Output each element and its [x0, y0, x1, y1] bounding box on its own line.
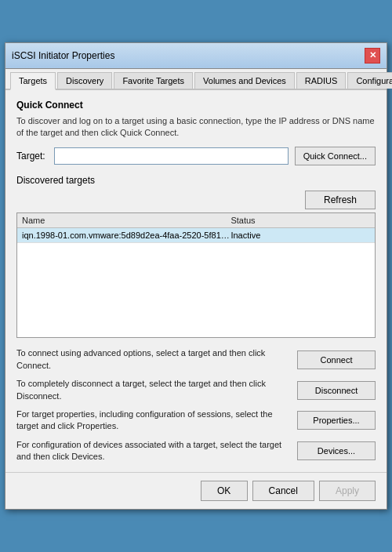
discovered-targets-label: Discovered targets [16, 175, 376, 186]
footer: OK Cancel Apply [5, 472, 387, 509]
target-input[interactable] [54, 147, 289, 165]
action-row-devices: For configuration of devices associated … [16, 439, 376, 463]
tab-content: Quick Connect To discover and log on to … [5, 90, 387, 473]
properties-desc: For target properties, including configu… [16, 409, 289, 433]
tab-radius[interactable]: RADIUS [296, 72, 347, 89]
disconnect-button[interactable]: Disconnect [297, 381, 376, 400]
quick-connect-title: Quick Connect [16, 100, 376, 111]
column-name: Name [22, 216, 230, 225]
quick-connect-desc: To discover and log on to a target using… [16, 115, 376, 140]
refresh-button[interactable]: Refresh [305, 191, 376, 209]
target-label: Target: [16, 151, 54, 162]
tab-discovery[interactable]: Discovery [57, 72, 112, 89]
window-title: iSCSI Initiator Properties [12, 50, 114, 61]
devices-button[interactable]: Devices... [297, 441, 376, 460]
cancel-button[interactable]: Cancel [252, 481, 314, 501]
table-row[interactable]: iqn.1998-01.com.vmware:5d89d2ea-4faa-252… [17, 228, 375, 243]
refresh-row: Refresh [16, 191, 376, 209]
table-header: Name Status [17, 213, 375, 228]
properties-button[interactable]: Properties... [297, 411, 376, 430]
connect-desc: To connect using advanced options, selec… [16, 347, 289, 372]
target-row: Target: Quick Connect... [16, 147, 376, 165]
ok-button[interactable]: OK [201, 481, 248, 501]
targets-table: Name Status iqn.1998-01.com.vmware:5d89d… [16, 212, 376, 338]
action-row-disconnect: To completely disconnect a target, selec… [16, 378, 376, 402]
tab-volumes-and-devices[interactable]: Volumes and Devices [194, 72, 295, 89]
quick-connect-button[interactable]: Quick Connect... [295, 147, 376, 165]
target-name: iqn.1998-01.com.vmware:5d89d2ea-4faa-252… [22, 231, 230, 240]
devices-desc: For configuration of devices associated … [16, 439, 289, 463]
tab-targets[interactable]: Targets [10, 72, 56, 90]
disconnect-desc: To completely disconnect a target, selec… [16, 378, 289, 402]
close-button[interactable]: ✕ [365, 48, 380, 64]
main-window: iSCSI Initiator Properties ✕ Targets Dis… [5, 42, 387, 510]
actions-section: To connect using advanced options, selec… [16, 347, 376, 463]
tab-configuration[interactable]: Configuration [347, 72, 392, 89]
tab-bar: Targets Discovery Favorite Targets Volum… [5, 69, 387, 90]
connect-button[interactable]: Connect [297, 350, 376, 369]
action-row-connect: To connect using advanced options, selec… [16, 347, 376, 372]
title-bar: iSCSI Initiator Properties ✕ [5, 43, 387, 69]
tab-favorite-targets[interactable]: Favorite Targets [114, 72, 193, 89]
action-row-properties: For target properties, including configu… [16, 409, 376, 433]
column-status: Status [230, 216, 370, 225]
target-status: Inactive [230, 231, 370, 240]
apply-button[interactable]: Apply [319, 481, 376, 501]
